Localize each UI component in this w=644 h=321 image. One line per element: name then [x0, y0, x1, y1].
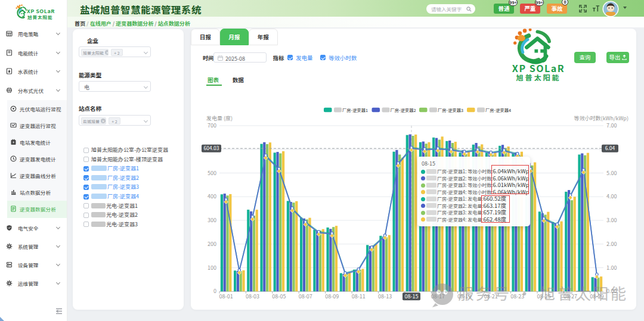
svg-text:发电量 (度): 发电量 (度) [206, 114, 233, 122]
svg-text:4.00: 4.00 [606, 192, 617, 200]
svg-text:604.03: 604.03 [204, 144, 219, 151]
svg-text:3.00: 3.00 [606, 216, 617, 224]
svg-text:08-13: 08-13 [378, 292, 392, 300]
svg-text:厂房-逆变器1: 厂房-逆变器1 [342, 107, 368, 113]
svg-text:08-15: 08-15 [404, 292, 418, 300]
svg-text:7.00: 7.00 [606, 121, 617, 129]
svg-text:5.00: 5.00 [606, 169, 617, 177]
svg-text:厂房-逆变器3: 厂房-逆变器3 [438, 107, 463, 113]
svg-text:2.00: 2.00 [606, 240, 617, 248]
svg-text:旭普太阳能: 旭普太阳能 [516, 72, 561, 82]
svg-text:400: 400 [208, 192, 216, 200]
svg-text:服务号 · 旭普太阳能: 服务号 · 旭普太阳能 [458, 281, 628, 304]
svg-text:100: 100 [208, 264, 216, 272]
svg-text:08-05: 08-05 [272, 292, 286, 300]
svg-text:等效小时数(kWh/kWp): 等效小时数(kWh/kWp) [574, 114, 628, 122]
svg-text:1.00: 1.00 [606, 264, 617, 272]
svg-text:厂房-逆变器4: 厂房-逆变器4 [485, 107, 511, 113]
svg-text:08-11: 08-11 [352, 292, 366, 300]
svg-text:08-09: 08-09 [325, 292, 339, 300]
svg-text:6.04: 6.04 [605, 144, 615, 151]
svg-text:08-03: 08-03 [246, 292, 259, 300]
svg-text:08-01: 08-01 [219, 292, 233, 300]
svg-text:厂房-逆变器2: 厂房-逆变器2 [391, 107, 416, 113]
svg-text:500: 500 [208, 169, 216, 177]
svg-text:200: 200 [208, 240, 216, 248]
svg-text:700: 700 [208, 121, 216, 129]
svg-text:08-07: 08-07 [299, 292, 312, 300]
svg-text:0: 0 [213, 287, 216, 295]
svg-text:300: 300 [208, 216, 216, 224]
